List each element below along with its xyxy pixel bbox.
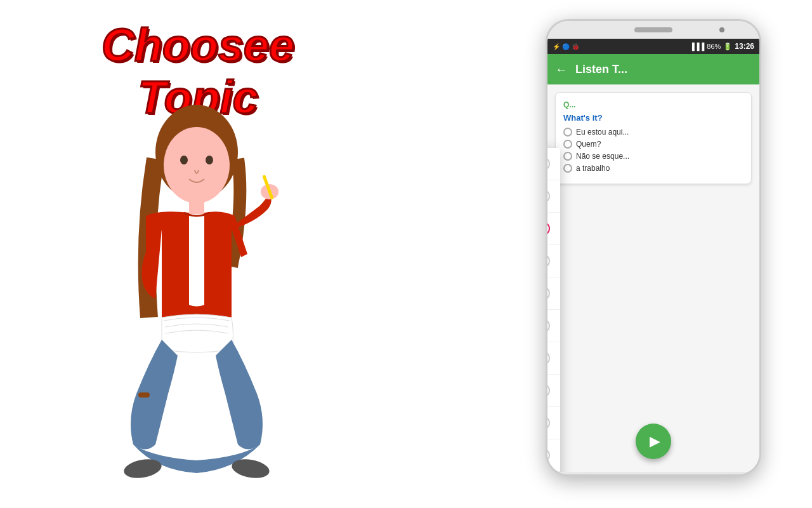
signal-bars: ▐▐▐: [690, 43, 704, 50]
menu-item[interactable]: Directions: [547, 245, 560, 277]
phone-screen: Q... What's it? Eu estou aqui...Quem?Não…: [547, 84, 759, 472]
svg-point-2: [180, 156, 188, 164]
option-radio: [563, 152, 572, 161]
menu-items-container: Numbers Greetings Conversation Direction…: [547, 148, 560, 472]
menu-item[interactable]: Date: [547, 277, 560, 310]
quiz-label: Q...: [563, 100, 743, 109]
menu-item[interactable]: Tourist Attractions: [547, 342, 560, 375]
quiz-option[interactable]: Eu estou aqui...: [563, 128, 743, 137]
svg-rect-9: [138, 392, 150, 398]
menu-item-radio: [547, 416, 550, 430]
menu-item-radio: [547, 157, 550, 171]
menu-item-radio: [547, 448, 550, 462]
menu-item[interactable]: Greetings: [547, 180, 560, 213]
phone-bottom: [547, 472, 759, 476]
quiz-options: Eu estou aqui...Quem?Não se esque...a tr…: [563, 128, 743, 173]
option-label: a trabalho: [576, 164, 610, 173]
menu-item-radio: [547, 254, 550, 268]
back-button[interactable]: ←: [555, 62, 568, 77]
menu-item-radio: [547, 351, 550, 365]
app-header: ← Listen T...: [547, 54, 759, 84]
phone-frame: ⚡ 🔵 🐞 ▐▐▐ 86% 🔋 13:26 ← Listen T... Q...…: [546, 19, 761, 476]
menu-item-radio: [547, 319, 550, 333]
quiz-card: Q... What's it? Eu estou aqui...Quem?Não…: [555, 92, 752, 184]
quiz-option[interactable]: a trabalho: [563, 164, 743, 173]
menu-item-radio: [547, 384, 550, 398]
svg-point-1: [164, 127, 230, 203]
quiz-option[interactable]: Quem?: [563, 140, 743, 149]
person-illustration: [0, 64, 393, 508]
menu-item-radio: [547, 222, 550, 236]
battery-icon: 🔋: [723, 43, 732, 51]
usb-icon: ⚡: [553, 43, 560, 50]
menu-item[interactable]: Accommodation: [547, 407, 560, 439]
quiz-question: What's it?: [563, 113, 743, 123]
app-title: Listen T...: [575, 63, 627, 76]
quiz-option[interactable]: Não se esque...: [563, 152, 743, 161]
option-radio: [563, 164, 572, 173]
wifi-icon: 🔵: [562, 43, 570, 50]
battery-percent: 86%: [707, 43, 721, 50]
menu-item-radio: [547, 189, 550, 203]
status-right: ▐▐▐ 86% 🔋 13:26: [690, 42, 754, 51]
phone-speaker: [634, 27, 672, 32]
option-label: Não se esque...: [576, 152, 629, 161]
person-svg: [44, 76, 349, 508]
topic-dropdown: Numbers Greetings Conversation Direction…: [547, 148, 560, 472]
play-button[interactable]: ▶: [636, 424, 671, 459]
option-radio: [563, 140, 572, 149]
option-label: Quem?: [576, 140, 601, 149]
svg-rect-4: [189, 198, 204, 214]
menu-item[interactable]: Conversation: [547, 213, 560, 245]
menu-item-radio: [547, 286, 550, 300]
play-icon: ▶: [650, 433, 660, 450]
status-bar: ⚡ 🔵 🐞 ▐▐▐ 86% 🔋 13:26: [547, 39, 759, 54]
phone-top: [547, 21, 759, 39]
phone-container: ⚡ 🔵 🐞 ▐▐▐ 86% 🔋 13:26 ← Listen T... Q...…: [546, 19, 761, 489]
phone-camera: [719, 27, 724, 32]
status-time: 13:26: [735, 42, 754, 51]
menu-item[interactable]: Numbers: [547, 148, 560, 180]
svg-point-3: [206, 156, 213, 164]
menu-item[interactable]: Emergency: [547, 439, 560, 472]
status-icons: ⚡ 🔵 🐞: [553, 43, 579, 50]
bug-icon: 🐞: [572, 43, 579, 50]
menu-item[interactable]: Eating Out: [547, 375, 560, 407]
menu-item[interactable]: Transport: [547, 310, 560, 342]
option-radio: [563, 128, 572, 137]
option-label: Eu estou aqui...: [576, 128, 629, 137]
